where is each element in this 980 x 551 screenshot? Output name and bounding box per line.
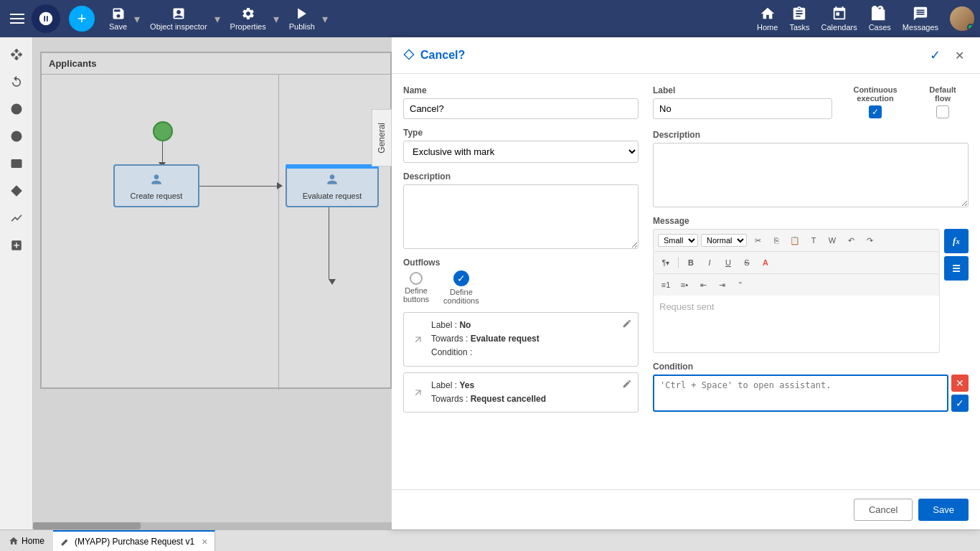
- condition-box: ✕ ✓: [653, 375, 969, 412]
- nav-home[interactable]: Home: [757, 6, 778, 32]
- svg-marker-5: [404, 50, 413, 59]
- create-request-label: Create request: [131, 192, 183, 200]
- strikethrough-btn[interactable]: S: [739, 255, 755, 270]
- save-button[interactable]: Save: [918, 499, 969, 521]
- navbar: + Save ▾ Object inspector ▾ Properties ▾…: [0, 0, 980, 37]
- arrow-down: [329, 207, 329, 279]
- label-input[interactable]: [653, 98, 832, 119]
- description-field-group: Description: [403, 171, 639, 249]
- outflow-text-1: Label : No Towards : Evaluate request Co…: [431, 319, 631, 360]
- description-textarea[interactable]: [403, 184, 639, 249]
- font-size-select[interactable]: Small: [658, 234, 698, 247]
- modal-check-button[interactable]: ✓: [925, 46, 945, 65]
- ul-btn[interactable]: ≡•: [677, 277, 692, 293]
- redo-btn[interactable]: ↷: [862, 232, 877, 248]
- outflows-option-conditions[interactable]: Defineconditions: [443, 270, 479, 305]
- outdent-btn[interactable]: ⇤: [695, 277, 711, 293]
- rect-tool[interactable]: [5, 152, 28, 175]
- pub-dropdown-arrow[interactable]: ▾: [322, 12, 328, 26]
- bottom-home-tab[interactable]: Home: [0, 530, 53, 552]
- main-area: Applicants Create request: [0, 37, 980, 529]
- outflow1-edit-icon[interactable]: [622, 319, 632, 331]
- outflow2-edit-icon[interactable]: [622, 379, 632, 391]
- modal-close-button[interactable]: ✕: [951, 46, 969, 65]
- outflow-arrow-2: [411, 385, 425, 400]
- save-dropdown-arrow[interactable]: ▾: [134, 12, 140, 26]
- arrow-head-down2: [329, 279, 336, 285]
- formula-btn[interactable]: fx: [944, 229, 969, 253]
- underline-btn[interactable]: U: [720, 255, 736, 270]
- publish-tool[interactable]: Publish: [283, 4, 321, 34]
- bottom-tab-close[interactable]: ×: [202, 536, 207, 547]
- move-tool[interactable]: [5, 43, 28, 66]
- prop-dropdown-arrow[interactable]: ▾: [273, 12, 279, 26]
- outflow-items: Label : No Towards : Evaluate request Co…: [403, 312, 639, 413]
- add-element-tool[interactable]: [5, 234, 28, 257]
- quote-btn[interactable]: ": [732, 277, 748, 293]
- canvas-scrollbar-h[interactable]: [33, 522, 392, 529]
- nav-calendars[interactable]: Calendars: [821, 6, 857, 32]
- italic-btn[interactable]: I: [702, 255, 717, 270]
- type-select[interactable]: Exclusive with mark: [403, 141, 639, 163]
- ol-btn[interactable]: ≡1: [658, 277, 674, 293]
- color-btn[interactable]: A: [758, 255, 773, 270]
- right-description-textarea[interactable]: [653, 143, 969, 207]
- paste-word-btn[interactable]: W: [824, 232, 840, 248]
- message-content-area[interactable]: Request sent: [653, 296, 940, 353]
- left-toolbar: [0, 37, 33, 529]
- chart-tool[interactable]: [5, 207, 28, 230]
- cut-btn[interactable]: ✂: [750, 232, 765, 248]
- outflows-option-buttons[interactable]: Definebuttons: [403, 272, 429, 303]
- circle-tool[interactable]: [5, 98, 28, 121]
- svg-point-1: [11, 104, 22, 114]
- outflows-section: Outflows Definebuttons Defineconditions: [403, 258, 639, 413]
- bottom-app-tab[interactable]: (MYAPP) Purchase Request v1 ×: [53, 530, 215, 552]
- svg-marker-4: [11, 186, 22, 196]
- nav-cases[interactable]: Cases: [869, 6, 891, 32]
- properties-tool[interactable]: Properties: [225, 4, 272, 34]
- define-conditions-label: Defineconditions: [443, 288, 479, 305]
- object-inspector-label: Object inspector: [150, 22, 207, 31]
- diamond-tool[interactable]: [5, 179, 28, 202]
- paste-btn[interactable]: 📋: [787, 232, 803, 248]
- outflow-item-1: Label : No Towards : Evaluate request Co…: [403, 312, 639, 367]
- rotate-tool[interactable]: [5, 70, 28, 93]
- publish-label: Publish: [289, 22, 315, 31]
- add-button[interactable]: +: [69, 6, 95, 32]
- evaluate-request-node[interactable]: Evaluate request: [286, 164, 379, 207]
- undo-btn[interactable]: ↶: [843, 232, 859, 248]
- object-inspector-tool[interactable]: Object inspector: [144, 4, 212, 34]
- circle-solid-tool[interactable]: [5, 125, 28, 148]
- save-tool[interactable]: Save: [103, 4, 133, 34]
- name-input[interactable]: [403, 98, 639, 119]
- canvas-area[interactable]: Applicants Create request: [33, 37, 392, 529]
- copy-btn[interactable]: ⎘: [768, 232, 784, 248]
- indent-btn[interactable]: ⇥: [714, 277, 730, 293]
- general-tab[interactable]: General: [372, 109, 392, 166]
- hamburger-menu[interactable]: [6, 7, 29, 30]
- condition-textarea[interactable]: [653, 375, 948, 412]
- template-btn[interactable]: ☰: [944, 256, 969, 281]
- default-checkbox[interactable]: [936, 105, 949, 118]
- create-request-node[interactable]: Create request: [113, 164, 199, 207]
- cancel-button[interactable]: Cancel: [854, 499, 913, 521]
- radio-define-conditions[interactable]: [453, 270, 469, 286]
- oi-dropdown-arrow[interactable]: ▾: [215, 12, 220, 26]
- bold-btn[interactable]: B: [683, 255, 699, 270]
- continuous-checkbox[interactable]: [869, 105, 882, 118]
- continuous-col-group: Continuousexecution: [832, 85, 911, 121]
- user-avatar[interactable]: [950, 6, 974, 31]
- nav-calendars-label: Calendars: [821, 23, 857, 32]
- format-btn[interactable]: ¶▾: [658, 255, 674, 270]
- modal-footer: Cancel Save: [392, 489, 980, 529]
- scrollbar-thumb-h: [33, 522, 141, 529]
- nav-tasks[interactable]: Tasks: [789, 6, 809, 32]
- start-node[interactable]: [153, 121, 173, 141]
- condition-clear-btn[interactable]: ✕: [951, 375, 969, 392]
- nav-messages[interactable]: Messages: [903, 6, 938, 32]
- paste-text-btn[interactable]: T: [806, 232, 821, 248]
- radio-define-buttons[interactable]: [410, 272, 423, 285]
- condition-confirm-btn[interactable]: ✓: [951, 395, 969, 412]
- font-style-select[interactable]: Normal: [701, 234, 747, 247]
- default-col-group: Defaultflow: [911, 85, 969, 121]
